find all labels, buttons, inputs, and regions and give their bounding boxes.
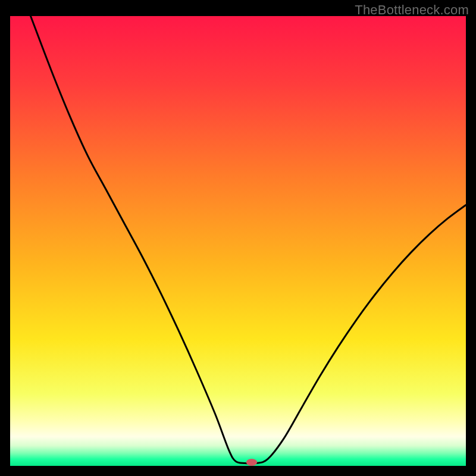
watermark-text: TheBottleneck.com [355, 2, 469, 18]
bottleneck-chart [0, 0, 476, 476]
optimal-marker [246, 459, 257, 466]
plot-background [10, 16, 466, 466]
chart-frame: TheBottleneck.com [0, 0, 476, 476]
